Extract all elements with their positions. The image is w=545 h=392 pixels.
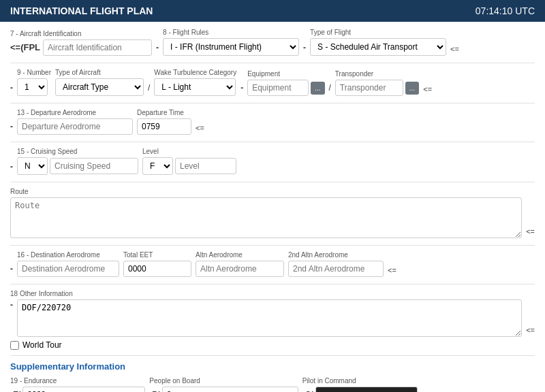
eet-input[interactable]: 0000: [123, 261, 191, 277]
dash-2: -: [303, 43, 306, 56]
label-flight-rules: 8 - Flight Rules: [163, 29, 299, 36]
label-route: Route: [10, 188, 535, 195]
type-of-flight-group: Type of Flight S - Scheduled Air Transpo…: [310, 29, 446, 56]
equipment-input[interactable]: [247, 80, 309, 96]
cruising-speed-input[interactable]: [50, 158, 138, 174]
altn-input[interactable]: [196, 261, 284, 277]
supplementary-section: Supplementary Information 19 - Endurance…: [10, 361, 535, 392]
altn2-input[interactable]: [288, 261, 384, 277]
label-endurance: 19 - Endurance: [10, 377, 145, 385]
slash-2: /: [329, 83, 331, 96]
aircraft-id-group: 7 - Aircraft Identification <=(FPL: [10, 30, 152, 56]
dash-1: -: [156, 43, 159, 56]
equipment-btn[interactable]: ...: [311, 82, 324, 95]
flight-rules-select[interactable]: I - IFR (Instrument Flight) V - VFR (Vis…: [163, 38, 299, 56]
le-2: <=: [423, 85, 432, 96]
transponder-input[interactable]: [335, 80, 403, 96]
slash-1: /: [148, 83, 150, 96]
dash-row5: -: [10, 264, 13, 277]
world-tour-row: World Tour: [10, 340, 535, 350]
label-aircraft-id: 7 - Aircraft Identification: [10, 30, 152, 37]
pob-input[interactable]: 0: [162, 387, 298, 392]
row-3: - 13 - Departure Aerodrome Departure Tim…: [10, 109, 535, 135]
altn-group: Altn Aerodrome: [196, 251, 284, 277]
wake-turbulence-group: Wake Turbulence Category L - Light M - M…: [154, 69, 236, 96]
aircraft-id-input[interactable]: [43, 39, 152, 56]
pob-group: People on Board -P/ 0: [149, 377, 298, 392]
transponder-group: Transponder ...: [335, 70, 419, 96]
route-row: <=: [10, 197, 535, 238]
dash-row2-2: -: [240, 83, 243, 96]
aircraft-type-group: Type of Aircraft Aircraft Type: [55, 69, 144, 96]
label-destination: 16 - Destination Aerodrome: [17, 251, 119, 259]
label-pic: Pilot in Command: [302, 377, 418, 385]
endurance-input[interactable]: 0000: [22, 387, 145, 392]
supplementary-row: 19 - Endurance -E/ 0000 People on Board …: [10, 377, 535, 392]
pic-input[interactable]: [315, 387, 418, 392]
endurance-group: 19 - Endurance -E/ 0000: [10, 377, 145, 392]
departure-input[interactable]: [17, 118, 133, 135]
utc-time: 07:14:10 UTC: [476, 5, 535, 16]
cruising-speed-group: 15 - Cruising Speed NKM: [17, 148, 138, 175]
destination-group: 16 - Destination Aerodrome: [17, 251, 119, 277]
label-eet: Total EET: [123, 251, 191, 259]
speed-prefix-select[interactable]: NKM: [17, 157, 48, 175]
number-select[interactable]: 12345: [17, 78, 48, 96]
departure-time-input[interactable]: 0759: [137, 118, 191, 135]
fpl-prefix: <=(FPL: [10, 42, 40, 56]
row-4: - 15 - Cruising Speed NKM Level FASM: [10, 148, 535, 175]
label-type-of-flight: Type of Flight: [310, 29, 446, 36]
app-header: INTERNATIONAL FLIGHT PLAN 07:14:10 UTC: [0, 0, 545, 22]
label-aircraft-type: Type of Aircraft: [55, 69, 144, 76]
le-6: <=: [526, 323, 535, 337]
world-tour-label[interactable]: World Tour: [22, 340, 62, 350]
label-wake: Wake Turbulence Category: [154, 69, 236, 76]
level-prefix-select[interactable]: FASM: [142, 157, 173, 175]
aircraft-type-select[interactable]: Aircraft Type: [55, 78, 144, 96]
destination-input[interactable]: [17, 261, 119, 277]
number-group: 9 - Number 12345: [17, 69, 51, 96]
equipment-group: Equipment ...: [247, 70, 324, 96]
supplementary-title: Supplementary Information: [10, 361, 535, 372]
dash-row2: -: [10, 83, 13, 96]
label-altn: Altn Aerodrome: [196, 251, 284, 259]
le-route: <=: [526, 225, 535, 238]
route-textarea[interactable]: [10, 197, 522, 238]
row-2: - 9 - Number 12345 Type of Aircraft Airc…: [10, 69, 535, 96]
dash-row4: -: [10, 162, 13, 175]
label-number: 9 - Number: [17, 69, 51, 76]
transponder-btn[interactable]: ...: [405, 82, 419, 95]
label-dep-time: Departure Time: [137, 109, 191, 116]
label-transponder: Transponder: [335, 70, 419, 78]
pic-group: Pilot in Command -C/: [302, 377, 418, 392]
route-section: Route <=: [10, 188, 535, 238]
app-title: INTERNATIONAL FLIGHT PLAN: [10, 5, 153, 16]
row-5: - 16 - Destination Aerodrome Total EET 0…: [10, 251, 535, 277]
departure-aerodrome-group: 13 - Departure Aerodrome: [17, 109, 133, 135]
flight-rules-group: 8 - Flight Rules I - IFR (Instrument Fli…: [163, 29, 299, 56]
label-equipment: Equipment: [247, 70, 324, 78]
dash-row3: -: [10, 122, 13, 135]
dash-row6: -: [10, 300, 13, 337]
type-of-flight-select[interactable]: S - Scheduled Air Transport N - Non-sche…: [310, 38, 446, 56]
le-3: <=: [196, 124, 204, 135]
wake-select[interactable]: L - Light M - Medium H - Heavy J - Super: [154, 78, 236, 96]
le-5: <=: [388, 266, 396, 277]
departure-time-group: Departure Time 0759: [137, 109, 191, 135]
le-1: <=: [450, 45, 459, 56]
label-departure: 13 - Departure Aerodrome: [17, 109, 133, 116]
altn2-group: 2nd Altn Aerodrome: [288, 251, 384, 277]
row-6: 18 Other Information - DOF/220720 <= Wor…: [10, 290, 535, 350]
other-info-row: - DOF/220720 <=: [10, 299, 535, 337]
level-input[interactable]: [175, 158, 236, 174]
other-info-textarea[interactable]: DOF/220720: [17, 299, 522, 337]
label-level: Level: [142, 148, 236, 155]
eet-group: Total EET 0000: [123, 251, 191, 277]
world-tour-checkbox[interactable]: [10, 341, 19, 350]
level-group: Level FASM: [142, 148, 236, 175]
label-pob: People on Board: [149, 377, 298, 385]
label-altn2: 2nd Altn Aerodrome: [288, 251, 384, 259]
label-other-info: 18 Other Information: [10, 290, 535, 297]
label-cruising-speed: 15 - Cruising Speed: [17, 148, 138, 155]
flight-plan-form: 7 - Aircraft Identification <=(FPL - 8 -…: [0, 22, 545, 392]
